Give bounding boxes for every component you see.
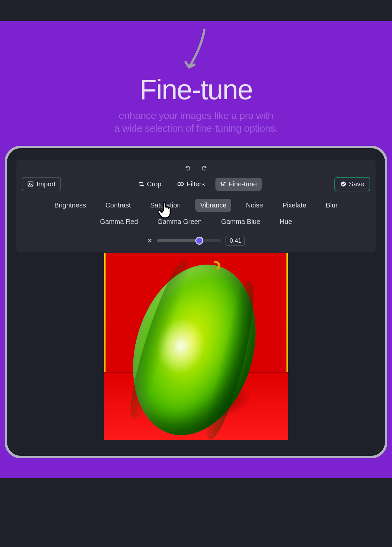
device-frame: Import Crop (5, 146, 387, 458)
import-button[interactable]: Import (22, 177, 61, 191)
close-icon[interactable]: × (147, 236, 153, 245)
crop-icon (138, 181, 144, 187)
hero-section: Fine-tune enhance your images like a pro… (0, 21, 392, 478)
tab-filters-label: Filters (187, 180, 205, 188)
tab-crop[interactable]: Crop (134, 178, 166, 191)
adjust-contrast[interactable]: Contrast (101, 199, 136, 212)
hero-subtitle-line2: a wide selection of fine-tuning options. (114, 123, 278, 134)
hero-arrow (0, 28, 392, 71)
adjust-pixelate[interactable]: Pixelate (278, 199, 311, 212)
tab-filters[interactable]: Filters (172, 178, 209, 191)
hero-subtitle-line1: enhance your images like a pro with (119, 110, 273, 121)
adjust-blur[interactable]: Blur (321, 199, 342, 212)
svg-rect-6 (224, 182, 225, 183)
adjust-gamma-red[interactable]: Gamma Red (95, 215, 142, 228)
adjust-brightness[interactable]: Brightness (50, 199, 91, 212)
import-label: Import (37, 180, 56, 188)
adjust-gamma-blue[interactable]: Gamma Blue (216, 215, 265, 228)
app-bottom-bar (0, 478, 392, 492)
canvas-area (16, 252, 376, 440)
check-circle-icon (340, 181, 346, 187)
preview-image[interactable] (104, 252, 288, 440)
adjust-gamma-green[interactable]: Gamma Green (153, 215, 206, 228)
save-label: Save (349, 180, 364, 188)
filters-icon (177, 182, 184, 186)
save-button[interactable]: Save (334, 177, 370, 191)
slider-thumb[interactable] (195, 237, 203, 245)
adjust-noise[interactable]: Noise (241, 199, 268, 212)
svg-rect-5 (223, 185, 224, 185)
image-icon (27, 181, 34, 187)
slider-track[interactable] (157, 239, 221, 242)
arrow-icon (181, 28, 211, 71)
hero-subtitle: enhance your images like a pro with a wi… (0, 109, 392, 135)
tab-finetune-label: Fine-tune (228, 180, 257, 188)
svg-rect-4 (221, 183, 222, 184)
slider-value-input[interactable] (225, 236, 245, 246)
editor-tabs: Crop Filters (134, 178, 261, 191)
slider-fill (157, 239, 199, 242)
svg-point-1 (29, 183, 30, 184)
slider-row: × (22, 236, 370, 246)
undo-icon[interactable] (185, 165, 191, 171)
adjust-hue[interactable]: Hue (275, 215, 297, 228)
hero-title: Fine-tune (0, 73, 392, 106)
redo-icon[interactable] (201, 165, 207, 171)
tab-finetune[interactable]: Fine-tune (215, 178, 262, 191)
tab-crop-label: Crop (147, 180, 161, 188)
adjustment-list: Brightness Contrast Saturation Vibrance … (22, 199, 370, 228)
adjust-saturation[interactable]: Saturation (145, 199, 185, 212)
sliders-icon (220, 181, 226, 187)
app-top-bar (0, 0, 392, 21)
adjust-vibrance[interactable]: Vibrance (195, 199, 231, 212)
editor-toolbar: Import Crop (16, 160, 376, 252)
